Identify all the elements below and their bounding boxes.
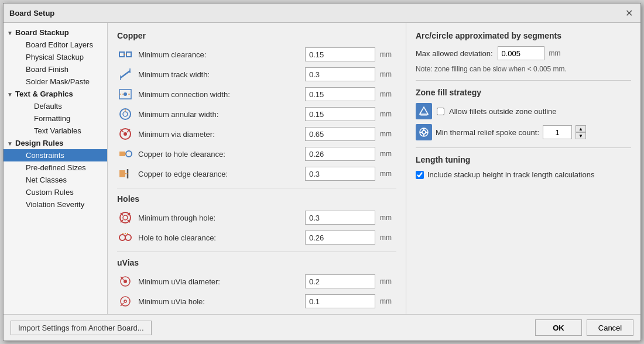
- svg-point-8: [124, 92, 127, 96]
- min-via-unit: mm: [380, 130, 396, 138]
- svg-rect-19: [119, 170, 125, 177]
- min-annular-unit: mm: [380, 110, 396, 118]
- field-row-min-annular: Minimum annular width: mm: [117, 106, 396, 122]
- field-row-copper-edge: Copper to edge clearance: mm: [117, 166, 396, 182]
- min-annular-label: Minimum annular width:: [138, 110, 300, 119]
- hole-clearance-icon: [117, 229, 133, 246]
- spoke-down-btn[interactable]: ▼: [576, 132, 586, 139]
- track-width-icon: [117, 66, 133, 82]
- sidebar-item-physical-stackup[interactable]: Physical Stackup: [4, 51, 107, 63]
- min-spoke-input[interactable]: [543, 125, 572, 139]
- field-row-uvia-hole: Minimum uVia hole: mm: [117, 293, 396, 309]
- min-conn-unit: mm: [380, 90, 396, 98]
- arc-divider: [416, 80, 631, 81]
- expand-icon: ▼: [7, 140, 14, 147]
- sidebar-item-constraints[interactable]: Constraints: [4, 149, 107, 161]
- sidebar-item-defaults[interactable]: Defaults: [4, 100, 107, 112]
- svg-point-23: [123, 215, 128, 220]
- expand-icon: ▼: [7, 30, 14, 36]
- min-via-input[interactable]: [305, 127, 375, 141]
- sidebar-item-custom-rules[interactable]: Custom Rules: [4, 186, 107, 198]
- annular-width-icon: [117, 106, 133, 122]
- copper-clearance-icon: [117, 46, 133, 63]
- min-track-unit: mm: [380, 70, 396, 78]
- min-conn-width-input[interactable]: [305, 87, 375, 101]
- holes-divider: [117, 252, 396, 252]
- sidebar-item-solder-mask-paste[interactable]: Solder Mask/Paste: [4, 75, 107, 88]
- allow-fillets-row: Allow fillets outside zone outline: [416, 103, 631, 119]
- min-through-hole-input[interactable]: [305, 211, 375, 225]
- field-row-min-conn-width: Minimum connection width: mm: [117, 86, 396, 102]
- copper-edge-unit: mm: [380, 170, 396, 178]
- include-stackup-row: Include stackup height in track length c…: [416, 170, 631, 179]
- hole-clearance-input[interactable]: [305, 231, 375, 245]
- expand-icon: ▼: [7, 91, 14, 98]
- field-row-min-via: Minimum via diameter: mm: [117, 126, 396, 142]
- uvia-hole-icon: [117, 293, 133, 309]
- field-row-copper-hole: Copper to hole clearance: mm: [117, 146, 396, 162]
- center-panel: Copper Minimum clearance: mm: [108, 23, 406, 314]
- max-dev-unit: mm: [549, 49, 561, 57]
- close-button[interactable]: ✕: [623, 7, 635, 19]
- include-stackup-label: Include stackup height in track length c…: [427, 170, 594, 179]
- field-row-uvia-diameter: Minimum uVia diameter: mm: [117, 273, 396, 290]
- sidebar-item-formatting[interactable]: Formatting: [4, 112, 107, 125]
- allow-fillets-checkbox[interactable]: [437, 108, 444, 115]
- arc-section-title: Arc/circle approximated by segments: [416, 31, 631, 40]
- sidebar-item-design-rules[interactable]: ▼Design Rules: [4, 137, 107, 149]
- sidebar: ▼Board Stackup Board Editor Layers Physi…: [4, 23, 108, 314]
- svg-point-28: [119, 235, 125, 240]
- svg-rect-16: [119, 152, 125, 156]
- copper-edge-icon: [117, 166, 133, 182]
- svg-point-29: [125, 235, 131, 240]
- sidebar-item-board-finish[interactable]: Board Finish: [4, 63, 107, 75]
- svg-point-10: [123, 112, 128, 116]
- bottom-bar: Import Settings from Another Board... OK…: [4, 314, 640, 340]
- thermal-relief-icon: [416, 124, 432, 140]
- uvia-diameter-input[interactable]: [305, 274, 375, 288]
- copper-hole-label: Copper to hole clearance:: [138, 150, 300, 159]
- min-through-hole-label: Minimum through hole:: [138, 214, 300, 222]
- copper-hole-unit: mm: [380, 150, 396, 158]
- min-track-width-label: Minimum track width:: [138, 70, 300, 79]
- min-spoke-row: Min thermal relief spoke count: ▲ ▼: [416, 124, 631, 140]
- length-tuning-title: Length tuning: [416, 155, 631, 164]
- field-row-min-track-width: Minimum track width: mm: [117, 66, 396, 82]
- through-hole-icon: [117, 209, 133, 226]
- min-via-label: Minimum via diameter:: [138, 130, 300, 139]
- copper-hole-input[interactable]: [305, 147, 375, 161]
- sidebar-item-violation-severity[interactable]: Violation Severity: [4, 198, 107, 211]
- sidebar-item-net-classes[interactable]: Net Classes: [4, 174, 107, 186]
- through-hole-unit: mm: [380, 214, 396, 222]
- main-content: Copper Minimum clearance: mm: [108, 23, 640, 314]
- hole-clearance-unit: mm: [380, 233, 396, 242]
- max-dev-label: Max allowed deviation:: [416, 49, 493, 58]
- sidebar-item-pre-defined-sizes[interactable]: Pre-defined Sizes: [4, 161, 107, 174]
- cancel-button[interactable]: Cancel: [587, 319, 633, 336]
- spoke-up-btn[interactable]: ▲: [576, 125, 586, 132]
- board-setup-dialog: Board Setup ✕ ▼Board Stackup Board Edito…: [3, 3, 641, 341]
- import-settings-button[interactable]: Import Settings from Another Board...: [11, 321, 152, 335]
- min-track-width-input[interactable]: [305, 67, 375, 81]
- min-clearance-input[interactable]: [305, 47, 375, 61]
- svg-rect-1: [126, 52, 131, 57]
- copper-hole-icon: [117, 146, 133, 162]
- sidebar-item-text-graphics[interactable]: ▼Text & Graphics: [4, 88, 107, 100]
- allow-fillets-label: Allow fillets outside zone outline: [449, 107, 557, 116]
- sidebar-item-text-variables[interactable]: Text Variables: [4, 125, 107, 137]
- max-dev-input[interactable]: [498, 46, 544, 60]
- include-stackup-checkbox[interactable]: [416, 171, 424, 179]
- sidebar-item-board-editor-layers[interactable]: Board Editor Layers: [4, 39, 107, 51]
- uvia-hole-input[interactable]: [305, 294, 375, 308]
- svg-rect-0: [119, 52, 124, 57]
- svg-point-17: [126, 151, 132, 157]
- ok-button[interactable]: OK: [535, 319, 582, 336]
- hole-clearance-label: Hole to hole clearance:: [138, 233, 300, 242]
- sidebar-item-board-stackup[interactable]: ▼Board Stackup: [4, 26, 107, 39]
- svg-point-13: [124, 132, 127, 136]
- min-annular-input[interactable]: [305, 107, 375, 121]
- min-conn-width-label: Minimum connection width:: [138, 90, 300, 99]
- copper-edge-input[interactable]: [305, 167, 375, 181]
- svg-point-38: [422, 130, 426, 134]
- min-clearance-label: Minimum clearance:: [138, 50, 300, 59]
